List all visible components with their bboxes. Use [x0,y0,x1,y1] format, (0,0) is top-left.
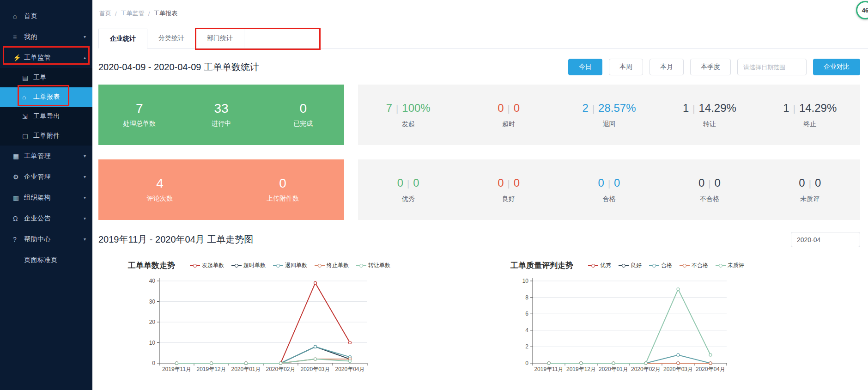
tab-部门统计[interactable]: 部门统计 [196,29,244,48]
sidebar-subitem-工单导出[interactable]: ⇲工单导出 [0,107,92,126]
svg-text:8: 8 [525,294,528,301]
stat-count: 0 [799,177,805,189]
sidebar-item-帮助中心[interactable]: ?帮助中心▾ [0,229,92,250]
sidebar-item-企业公告[interactable]: Ω企业公告▾ [0,208,92,229]
sidebar-subitem-工单[interactable]: ▤工单 [0,68,92,87]
stat-label: 发起 [358,120,458,128]
stat-count: 0 [498,102,504,114]
sidebar-item-label: 工单监管 [24,54,84,62]
summary-card-orange: 4评论次数0上传附件数 [98,159,344,220]
legend-item-发起单数[interactable]: 发起单数 [190,262,224,269]
legend-marker-icon [315,264,325,268]
legend-item-良好[interactable]: 良好 [619,262,642,269]
stat-values: 0|0 [659,177,759,189]
stat-cell-转让: 1|14.29%转让 [659,102,759,128]
stat-count: 0 [498,177,504,189]
stat-percent: 0 [514,102,520,114]
sidebar-subitem-label: 工单附件 [33,132,86,140]
stat-divider: | [689,104,698,114]
stat-cell-终止: 1|14.29%终止 [760,102,860,128]
chart-title: 工单单数走势 [128,260,175,271]
legend-label: 超时单数 [243,262,266,269]
legend-item-不合格[interactable]: 不合格 [680,262,708,269]
legend-item-转让单数[interactable]: 转让单数 [356,262,390,269]
stat-percent: 28.57% [598,102,636,114]
summary-cell: 0上传附件数 [221,177,344,203]
sidebar-item-组织架构[interactable]: ▥组织架构▾ [0,187,92,208]
legend-item-终止单数[interactable]: 终止单数 [315,262,349,269]
legend-label: 退回单数 [285,262,307,269]
company-compare-button[interactable]: 企业对比 [813,59,860,75]
sidebar-subitem-label: 工单导出 [33,112,86,121]
quick-filter-本季度[interactable]: 本季度 [690,59,731,75]
chevron-down-icon: ▾ [84,216,86,221]
legend-item-优秀[interactable]: 优秀 [588,262,611,269]
stat-cell-不合格: 0|0不合格 [659,177,759,203]
quick-filter-本月[interactable]: 本月 [649,59,684,75]
stat-count: 7 [386,102,392,114]
stat-divider: | [504,104,514,114]
month-picker-input[interactable] [791,232,860,247]
sidebar-subitem-工单报表[interactable]: ⌂工单报表 [0,87,92,107]
sidebar-item-工单监管[interactable]: ⚡工单监管▴ [0,47,92,68]
chart-quality-trend: 工单质量评判走势 优秀良好合格不合格未质评 02468102019年11月201… [489,260,860,374]
sidebar-item-页面标准页[interactable]: 页面标准页 [0,250,92,270]
summary-cell: 0已完成 [262,102,344,128]
sidebar-item-首页[interactable]: ⌂首页 [0,6,92,26]
svg-text:2020年02月: 2020年02月 [631,366,661,372]
svg-text:30: 30 [149,299,156,305]
legend-marker-icon [680,264,690,268]
legend-marker-icon [619,264,629,268]
clipboard-icon: ▦ [13,152,24,160]
quick-filter-本周[interactable]: 本周 [609,59,643,75]
legend-marker-icon [588,264,598,268]
sidebar-item-工单管理[interactable]: ▦工单管理▾ [0,146,92,166]
summary-label: 处理总单数 [98,120,180,128]
sidebar-item-label: 组织架构 [24,194,84,202]
stat-values: 0|0 [458,102,558,115]
sidebar-item-我的[interactable]: ≡我的▾ [0,26,92,47]
stat-divider: | [392,104,402,114]
stat-values: 2|28.57% [559,102,659,115]
svg-text:2020年01月: 2020年01月 [599,366,628,372]
date-range-input[interactable] [737,59,807,75]
main-content: 首页/工单监管/工单报表 企业统计分类统计部门统计 2020-04-09 - 2… [92,0,868,390]
svg-text:2020年01月: 2020年01月 [231,366,261,372]
stat-percent: 0 [413,177,419,189]
sidebar-subitem-label: 工单报表 [33,93,86,101]
summary-label: 已完成 [262,120,344,128]
legend-item-超时单数[interactable]: 超时单数 [231,262,266,269]
legend-label: 良好 [631,262,642,269]
svg-text:10: 10 [522,278,529,284]
tab-bar: 企业统计分类统计部门统计 [98,29,868,49]
svg-text:0: 0 [152,360,155,366]
stat-label: 良好 [458,195,558,203]
quick-filter-今日[interactable]: 今日 [568,59,602,75]
sidebar: ⌂首页≡我的▾⚡工单监管▴▤工单⌂工单报表⇲工单导出▢工单附件▦工单管理▾⚙企业… [0,0,92,390]
legend-marker-icon [231,264,242,268]
bell-icon: Ω [13,215,24,222]
legend-item-退回单数[interactable]: 退回单数 [273,262,307,269]
legend-item-未质评[interactable]: 未质评 [716,262,744,269]
stat-values: 1|14.29% [659,102,759,115]
legend-item-合格[interactable]: 合格 [649,262,672,269]
tab-企业统计[interactable]: 企业统计 [98,29,147,49]
sidebar-subitem-工单附件[interactable]: ▢工单附件 [0,126,92,146]
breadcrumb-item[interactable]: 工单监管 [121,9,145,18]
sidebar-item-label: 企业公告 [24,214,84,223]
stat-percent: 14.29% [799,102,837,114]
stat-divider: | [589,104,598,114]
legend-marker-icon [716,264,726,268]
app-window: ⌂首页≡我的▾⚡工单监管▴▤工单⌂工单报表⇲工单导出▢工单附件▦工单管理▾⚙企业… [0,0,868,390]
summary-cell: 4评论次数 [98,177,221,203]
sidebar-item-label: 工单管理 [24,152,84,160]
stat-percent: 0 [715,177,721,189]
breadcrumb-item[interactable]: 首页 [99,9,111,18]
gear-icon: ⚙ [13,173,24,181]
export-icon: ⇲ [22,113,33,120]
stat-values: 0|0 [458,177,558,189]
sidebar-item-企业管理[interactable]: ⚙企业管理▾ [0,166,92,187]
stat-count: 0 [698,177,704,189]
stat-label: 优秀 [358,195,458,203]
tab-分类统计[interactable]: 分类统计 [147,29,196,48]
